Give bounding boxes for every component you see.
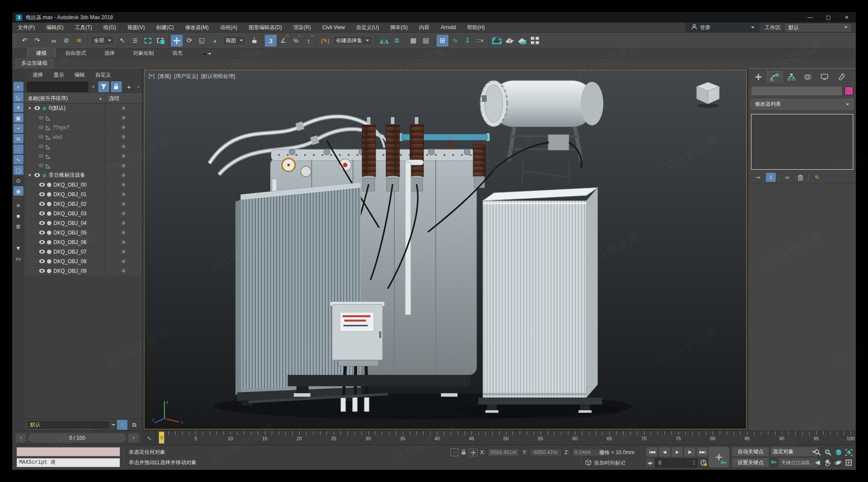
visibility-eye-icon[interactable] <box>38 164 44 167</box>
filter-button[interactable] <box>98 81 109 92</box>
viewport-menu-pov[interactable]: [透视] <box>158 73 171 80</box>
object-color-swatch[interactable] <box>845 87 853 95</box>
make-unique-button[interactable]: ∞ <box>782 173 792 182</box>
select-by-name-button[interactable]: ☰ <box>129 35 141 47</box>
visibility-eye-icon[interactable] <box>39 259 45 263</box>
chevron-down-icon[interactable] <box>112 424 115 428</box>
lock-explorer-button[interactable] <box>111 81 122 92</box>
clear-search-button[interactable]: × <box>90 83 97 90</box>
filter-containers-icon[interactable]: ▢ <box>13 165 23 175</box>
spinner-snap-button[interactable]: ↕◠ <box>303 35 314 47</box>
menu-item-3[interactable]: 组(G) <box>98 23 122 32</box>
bind-to-spacewarp-button[interactable]: ≋ <box>73 35 85 47</box>
set-key-button[interactable]: 设置关键点 <box>732 458 769 467</box>
view-material-icon[interactable]: ■ <box>13 211 23 221</box>
visibility-eye-icon[interactable] <box>39 250 45 254</box>
workspace-dropdown[interactable]: 默认 <box>785 24 851 31</box>
schematic-view-button[interactable]: ↧ <box>462 35 474 47</box>
menu-item-0[interactable]: 文件(F) <box>12 23 40 32</box>
menu-item-4[interactable]: 视图(V) <box>122 23 150 32</box>
filter-bones-icon[interactable]: ∿ <box>13 155 23 164</box>
explorer-menu-2[interactable]: 编辑 <box>70 71 90 80</box>
menu-item-12[interactable]: 脚本(S) <box>384 23 413 32</box>
previous-frame-nav-button[interactable]: ‹ <box>16 433 26 442</box>
filter-lights-icon[interactable]: ☀ <box>13 103 23 112</box>
funnel-icon[interactable]: ▼ <box>13 243 23 253</box>
maxscript-mini-listener-output[interactable] <box>17 447 120 456</box>
menu-item-8[interactable]: 图形编辑器(D) <box>243 23 288 32</box>
login-button[interactable]: 登录 <box>686 23 760 32</box>
freeze-toggle[interactable]: ❄ <box>105 228 142 237</box>
select-object-button[interactable]: ↖ <box>117 35 128 47</box>
filter-shapes-icon[interactable]: ◺ <box>13 92 23 102</box>
percent-snap-button[interactable]: %◠ <box>290 35 302 47</box>
ribbon-panel-polygon-modeling[interactable]: 多边形建模 <box>16 58 53 68</box>
hierarchy-view-button[interactable]: ⧉ <box>129 420 140 430</box>
select-and-rotate-button[interactable]: ⟳ <box>184 35 195 47</box>
search-input[interactable] <box>27 82 88 92</box>
next-frame-button[interactable]: |▶ <box>684 447 695 457</box>
object-row-item[interactable]: DKQ_OBJ_06❄ <box>24 238 142 247</box>
menu-item-7[interactable]: 动画(A) <box>214 23 243 32</box>
object-row-item[interactable]: DKQ_OBJ_04❄ <box>24 218 142 228</box>
tab-utilities[interactable] <box>833 71 849 83</box>
freeze-toggle[interactable]: ❄ <box>105 190 142 199</box>
visibility-eye-icon[interactable] <box>39 269 45 273</box>
auto-key-button[interactable]: 自动关键点 <box>732 447 769 456</box>
layer-row-item[interactable]: ▼≋0(默认)❄ <box>24 104 142 113</box>
visibility-eye-icon[interactable] <box>38 144 44 148</box>
freeze-toggle[interactable]: ❄ <box>105 151 142 161</box>
orbit-button[interactable] <box>833 458 843 468</box>
x-coordinate-field[interactable] <box>487 448 520 457</box>
viewport-menu-user[interactable]: [用户定义] <box>174 73 198 80</box>
previous-frame-button[interactable]: ◀| <box>659 447 670 457</box>
menu-item-13[interactable]: 内容 <box>413 23 435 32</box>
freeze-toggle[interactable]: ❄ <box>105 199 142 208</box>
filter-geometry-icon[interactable]: ◗ <box>13 82 23 91</box>
ribbon-tab-1[interactable]: 自由形式 <box>57 48 95 58</box>
ribbon-tab-3[interactable]: 对象绘制 <box>124 48 163 58</box>
key-filters-button[interactable]: 关键点过滤器... <box>779 458 818 467</box>
visibility-eye-icon[interactable] <box>39 240 45 244</box>
expand-arrow-icon[interactable]: ▼ <box>28 106 32 110</box>
modifier-stack[interactable] <box>751 114 853 170</box>
freeze-toggle[interactable]: ❄ <box>105 218 142 228</box>
named-selection-dropdown[interactable]: 创建选择集 <box>333 36 372 45</box>
go-to-end-button[interactable]: ▶▶| <box>697 447 708 457</box>
freeze-toggle[interactable]: ❄ <box>105 247 142 256</box>
explorer-menu-3[interactable]: 自定义 <box>90 71 116 80</box>
viewport-menu-shading[interactable]: [默认明暗处理] <box>201 73 235 80</box>
maximize-viewport-button[interactable] <box>844 458 854 468</box>
visibility-eye-icon[interactable] <box>34 173 40 177</box>
freeze-toggle[interactable]: ❄ <box>105 180 142 189</box>
rendered-frame-window-button[interactable] <box>504 35 515 47</box>
object-row-item[interactable]: DKQ_OBJ_00❄ <box>24 180 142 190</box>
freeze-toggle[interactable]: ❄ <box>105 161 142 170</box>
add-to-selection-button[interactable]: + <box>124 81 134 92</box>
filter-cameras-icon[interactable]: ▣ <box>13 113 23 123</box>
menu-item-10[interactable]: Civil View <box>317 23 351 32</box>
object-row-item[interactable]: DKQ_OBJ_03❄ <box>24 209 142 218</box>
time-slider-handle[interactable]: 0 <box>159 432 164 444</box>
time-configuration-button[interactable] <box>698 459 709 467</box>
object-row-item[interactable]: ◺❄ <box>24 161 142 171</box>
perspective-viewport[interactable]: [+] [透视] [用户定义] [默认明暗处理] <box>144 70 747 429</box>
isolate-selection-button[interactable]: ⁘ <box>451 449 458 456</box>
object-row-item[interactable]: ◺xtxü❄ <box>24 132 142 142</box>
angle-snap-button[interactable]: ∠◠ <box>277 35 289 47</box>
freeze-toggle[interactable]: ❄ <box>105 132 142 141</box>
freeze-toggle[interactable]: ❄ <box>105 209 142 218</box>
object-row-item[interactable]: DKQ_OBJ_02❄ <box>24 199 142 209</box>
visibility-eye-icon[interactable] <box>39 192 45 196</box>
mirror-button[interactable]: ◭◮ <box>378 35 390 47</box>
freeze-toggle[interactable]: ❄ <box>105 123 142 132</box>
filter-hidden-icon[interactable]: ◉ <box>13 186 23 196</box>
select-and-move-button[interactable] <box>171 35 183 47</box>
maximize-button[interactable]: ▢ <box>819 12 838 23</box>
toolbar-drag-handle[interactable] <box>14 34 17 47</box>
reference-coordinate-dropdown[interactable]: 视图 <box>223 36 246 45</box>
scene-explorer-toggle-button[interactable]: ▦ <box>407 35 419 47</box>
object-row-item[interactable]: DKQ_OBJ_05❄ <box>24 228 142 238</box>
visibility-eye-icon[interactable] <box>39 202 45 206</box>
pin-stack-button[interactable]: ⊸ <box>753 173 763 182</box>
